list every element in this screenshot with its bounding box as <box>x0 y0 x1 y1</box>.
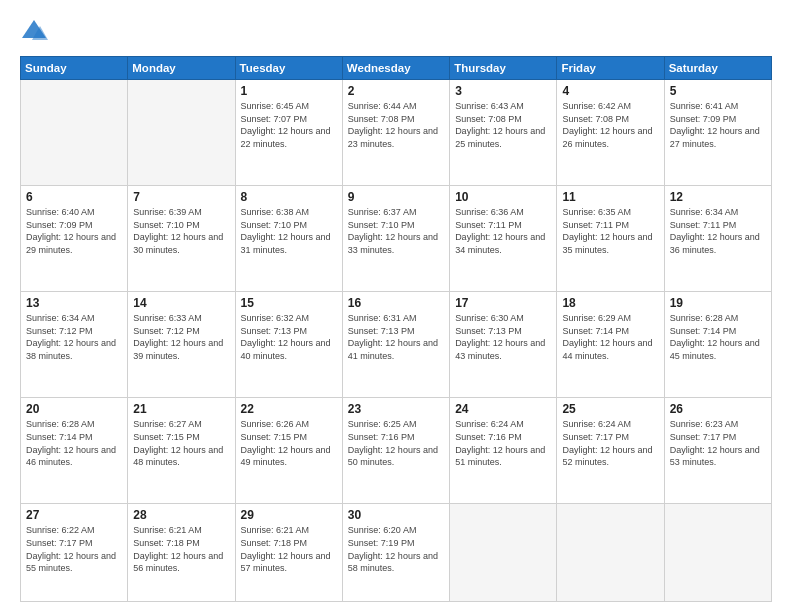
day-info: Sunrise: 6:22 AMSunset: 7:17 PMDaylight:… <box>26 524 122 574</box>
day-number: 3 <box>455 84 551 98</box>
day-number: 19 <box>670 296 766 310</box>
day-header-sunday: Sunday <box>21 57 128 80</box>
day-header-friday: Friday <box>557 57 664 80</box>
calendar-cell: 25Sunrise: 6:24 AMSunset: 7:17 PMDayligh… <box>557 398 664 504</box>
calendar-cell: 9Sunrise: 6:37 AMSunset: 7:10 PMDaylight… <box>342 186 449 292</box>
calendar-cell: 14Sunrise: 6:33 AMSunset: 7:12 PMDayligh… <box>128 292 235 398</box>
day-info: Sunrise: 6:33 AMSunset: 7:12 PMDaylight:… <box>133 312 229 362</box>
calendar-cell <box>664 504 771 602</box>
calendar-cell: 4Sunrise: 6:42 AMSunset: 7:08 PMDaylight… <box>557 80 664 186</box>
week-row-1: 6Sunrise: 6:40 AMSunset: 7:09 PMDaylight… <box>21 186 772 292</box>
day-header-monday: Monday <box>128 57 235 80</box>
day-number: 23 <box>348 402 444 416</box>
calendar-cell: 5Sunrise: 6:41 AMSunset: 7:09 PMDaylight… <box>664 80 771 186</box>
calendar-cell: 22Sunrise: 6:26 AMSunset: 7:15 PMDayligh… <box>235 398 342 504</box>
calendar: SundayMondayTuesdayWednesdayThursdayFrid… <box>20 56 772 602</box>
day-info: Sunrise: 6:44 AMSunset: 7:08 PMDaylight:… <box>348 100 444 150</box>
calendar-cell: 8Sunrise: 6:38 AMSunset: 7:10 PMDaylight… <box>235 186 342 292</box>
day-info: Sunrise: 6:35 AMSunset: 7:11 PMDaylight:… <box>562 206 658 256</box>
day-info: Sunrise: 6:28 AMSunset: 7:14 PMDaylight:… <box>670 312 766 362</box>
day-number: 18 <box>562 296 658 310</box>
day-number: 20 <box>26 402 122 416</box>
calendar-cell: 18Sunrise: 6:29 AMSunset: 7:14 PMDayligh… <box>557 292 664 398</box>
day-number: 17 <box>455 296 551 310</box>
day-number: 30 <box>348 508 444 522</box>
day-info: Sunrise: 6:37 AMSunset: 7:10 PMDaylight:… <box>348 206 444 256</box>
header <box>20 18 772 46</box>
day-info: Sunrise: 6:32 AMSunset: 7:13 PMDaylight:… <box>241 312 337 362</box>
calendar-cell: 16Sunrise: 6:31 AMSunset: 7:13 PMDayligh… <box>342 292 449 398</box>
day-number: 16 <box>348 296 444 310</box>
day-header-tuesday: Tuesday <box>235 57 342 80</box>
day-info: Sunrise: 6:34 AMSunset: 7:11 PMDaylight:… <box>670 206 766 256</box>
calendar-cell: 29Sunrise: 6:21 AMSunset: 7:18 PMDayligh… <box>235 504 342 602</box>
page: SundayMondayTuesdayWednesdayThursdayFrid… <box>0 0 792 612</box>
day-number: 29 <box>241 508 337 522</box>
day-info: Sunrise: 6:34 AMSunset: 7:12 PMDaylight:… <box>26 312 122 362</box>
day-number: 4 <box>562 84 658 98</box>
calendar-cell: 26Sunrise: 6:23 AMSunset: 7:17 PMDayligh… <box>664 398 771 504</box>
calendar-cell: 28Sunrise: 6:21 AMSunset: 7:18 PMDayligh… <box>128 504 235 602</box>
calendar-cell <box>21 80 128 186</box>
day-info: Sunrise: 6:42 AMSunset: 7:08 PMDaylight:… <box>562 100 658 150</box>
day-number: 13 <box>26 296 122 310</box>
calendar-cell: 24Sunrise: 6:24 AMSunset: 7:16 PMDayligh… <box>450 398 557 504</box>
day-info: Sunrise: 6:21 AMSunset: 7:18 PMDaylight:… <box>241 524 337 574</box>
day-number: 2 <box>348 84 444 98</box>
week-row-4: 27Sunrise: 6:22 AMSunset: 7:17 PMDayligh… <box>21 504 772 602</box>
calendar-cell: 2Sunrise: 6:44 AMSunset: 7:08 PMDaylight… <box>342 80 449 186</box>
calendar-cell: 17Sunrise: 6:30 AMSunset: 7:13 PMDayligh… <box>450 292 557 398</box>
day-info: Sunrise: 6:43 AMSunset: 7:08 PMDaylight:… <box>455 100 551 150</box>
calendar-cell <box>557 504 664 602</box>
calendar-cell: 13Sunrise: 6:34 AMSunset: 7:12 PMDayligh… <box>21 292 128 398</box>
logo <box>20 18 52 46</box>
day-number: 6 <box>26 190 122 204</box>
calendar-cell: 6Sunrise: 6:40 AMSunset: 7:09 PMDaylight… <box>21 186 128 292</box>
calendar-cell: 10Sunrise: 6:36 AMSunset: 7:11 PMDayligh… <box>450 186 557 292</box>
day-info: Sunrise: 6:20 AMSunset: 7:19 PMDaylight:… <box>348 524 444 574</box>
day-number: 14 <box>133 296 229 310</box>
day-info: Sunrise: 6:23 AMSunset: 7:17 PMDaylight:… <box>670 418 766 468</box>
day-number: 15 <box>241 296 337 310</box>
calendar-cell: 12Sunrise: 6:34 AMSunset: 7:11 PMDayligh… <box>664 186 771 292</box>
day-number: 10 <box>455 190 551 204</box>
day-number: 22 <box>241 402 337 416</box>
calendar-cell: 19Sunrise: 6:28 AMSunset: 7:14 PMDayligh… <box>664 292 771 398</box>
calendar-cell: 27Sunrise: 6:22 AMSunset: 7:17 PMDayligh… <box>21 504 128 602</box>
day-info: Sunrise: 6:24 AMSunset: 7:17 PMDaylight:… <box>562 418 658 468</box>
day-number: 28 <box>133 508 229 522</box>
day-number: 7 <box>133 190 229 204</box>
day-info: Sunrise: 6:28 AMSunset: 7:14 PMDaylight:… <box>26 418 122 468</box>
week-row-0: 1Sunrise: 6:45 AMSunset: 7:07 PMDaylight… <box>21 80 772 186</box>
day-info: Sunrise: 6:29 AMSunset: 7:14 PMDaylight:… <box>562 312 658 362</box>
day-info: Sunrise: 6:27 AMSunset: 7:15 PMDaylight:… <box>133 418 229 468</box>
day-number: 25 <box>562 402 658 416</box>
calendar-cell <box>128 80 235 186</box>
day-header-wednesday: Wednesday <box>342 57 449 80</box>
day-info: Sunrise: 6:25 AMSunset: 7:16 PMDaylight:… <box>348 418 444 468</box>
calendar-cell: 21Sunrise: 6:27 AMSunset: 7:15 PMDayligh… <box>128 398 235 504</box>
day-info: Sunrise: 6:30 AMSunset: 7:13 PMDaylight:… <box>455 312 551 362</box>
day-info: Sunrise: 6:36 AMSunset: 7:11 PMDaylight:… <box>455 206 551 256</box>
calendar-cell: 1Sunrise: 6:45 AMSunset: 7:07 PMDaylight… <box>235 80 342 186</box>
week-row-3: 20Sunrise: 6:28 AMSunset: 7:14 PMDayligh… <box>21 398 772 504</box>
calendar-cell: 30Sunrise: 6:20 AMSunset: 7:19 PMDayligh… <box>342 504 449 602</box>
day-number: 12 <box>670 190 766 204</box>
day-number: 26 <box>670 402 766 416</box>
calendar-cell: 20Sunrise: 6:28 AMSunset: 7:14 PMDayligh… <box>21 398 128 504</box>
week-row-2: 13Sunrise: 6:34 AMSunset: 7:12 PMDayligh… <box>21 292 772 398</box>
day-info: Sunrise: 6:21 AMSunset: 7:18 PMDaylight:… <box>133 524 229 574</box>
day-number: 8 <box>241 190 337 204</box>
day-header-thursday: Thursday <box>450 57 557 80</box>
day-number: 1 <box>241 84 337 98</box>
day-header-saturday: Saturday <box>664 57 771 80</box>
day-number: 5 <box>670 84 766 98</box>
calendar-cell <box>450 504 557 602</box>
calendar-header-row: SundayMondayTuesdayWednesdayThursdayFrid… <box>21 57 772 80</box>
day-number: 27 <box>26 508 122 522</box>
calendar-cell: 23Sunrise: 6:25 AMSunset: 7:16 PMDayligh… <box>342 398 449 504</box>
calendar-cell: 7Sunrise: 6:39 AMSunset: 7:10 PMDaylight… <box>128 186 235 292</box>
day-number: 21 <box>133 402 229 416</box>
day-info: Sunrise: 6:31 AMSunset: 7:13 PMDaylight:… <box>348 312 444 362</box>
day-info: Sunrise: 6:26 AMSunset: 7:15 PMDaylight:… <box>241 418 337 468</box>
